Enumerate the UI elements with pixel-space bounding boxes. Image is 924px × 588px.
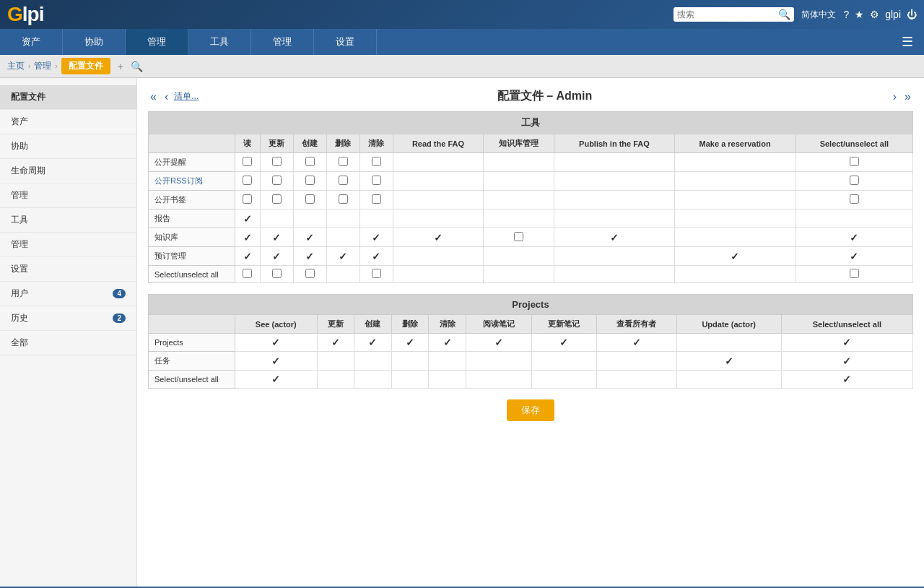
table-cell[interactable] — [235, 172, 261, 191]
projects-col-updatenotes: 更新笔记 — [531, 315, 597, 334]
table-cell[interactable] — [326, 172, 359, 191]
page-prev[interactable]: ‹ — [162, 90, 170, 103]
table-cell[interactable] — [796, 266, 912, 283]
page-next-skip[interactable]: » — [902, 90, 913, 103]
lang-button[interactable]: 简体中文 — [801, 9, 836, 21]
nav-tools[interactable]: 工具 — [188, 29, 251, 55]
table-cell[interactable] — [235, 266, 261, 283]
permission-checkbox[interactable] — [243, 269, 252, 278]
breadcrumb-profile[interactable]: 配置文件 — [61, 58, 110, 74]
table-cell — [393, 266, 483, 283]
permission-checkbox[interactable] — [243, 176, 252, 185]
sidebar-item-history[interactable]: 历史 2 — [0, 306, 136, 331]
permission-checkbox[interactable] — [850, 269, 859, 278]
permission-checkbox[interactable] — [305, 157, 315, 166]
table-cell[interactable] — [359, 191, 393, 209]
settings-icon[interactable]: ⚙ — [870, 9, 879, 20]
permission-checkbox[interactable] — [243, 157, 252, 166]
hamburger-icon[interactable]: ☰ — [891, 29, 924, 55]
nav-manage1[interactable]: 管理 — [126, 29, 188, 55]
table-cell[interactable] — [359, 266, 393, 283]
sidebar-item-manage1[interactable]: 管理 — [0, 183, 136, 208]
nav-assets[interactable]: 资产 — [0, 29, 63, 55]
table-cell[interactable] — [235, 191, 261, 209]
sidebar-item-assets[interactable]: 资产 — [0, 110, 136, 134]
breadcrumb-search[interactable]: 🔍 — [131, 61, 143, 72]
sidebar-item-users[interactable]: 用户 4 — [0, 282, 136, 306]
star-icon[interactable]: ★ — [855, 9, 864, 20]
permission-checkbox[interactable] — [272, 194, 282, 204]
permission-checkbox[interactable] — [339, 157, 348, 166]
checkmark-icon: ✓ — [305, 251, 314, 262]
table-cell[interactable] — [293, 153, 326, 172]
projects-table: Projects See (actor) 更新 创建 删除 清除 阅读笔记 更新… — [148, 294, 913, 389]
table-cell — [597, 371, 676, 389]
sidebar-item-manage2[interactable]: 管理 — [0, 233, 136, 257]
permission-checkbox[interactable] — [850, 194, 859, 204]
table-cell[interactable] — [260, 191, 293, 209]
permission-checkbox[interactable] — [372, 176, 381, 185]
help-icon[interactable]: ? — [843, 9, 849, 20]
nav-manage2[interactable]: 管理 — [251, 29, 314, 55]
row-label-link[interactable]: 公开RSS订阅 — [154, 176, 203, 185]
table-cell[interactable] — [796, 172, 912, 191]
table-cell[interactable] — [359, 153, 393, 172]
permission-checkbox[interactable] — [305, 194, 315, 204]
table-cell[interactable] — [293, 172, 326, 191]
checkmark-icon: ✓ — [243, 251, 252, 262]
page-list-link[interactable]: 清单... — [174, 90, 199, 103]
table-cell — [554, 209, 674, 228]
sidebar-item-tools[interactable]: 工具 — [0, 208, 136, 233]
permission-checkbox[interactable] — [339, 194, 348, 204]
table-cell[interactable] — [484, 228, 554, 247]
table-cell[interactable] — [326, 191, 359, 209]
page-prev-skip[interactable]: « — [148, 90, 159, 103]
permission-checkbox[interactable] — [339, 176, 348, 185]
sidebar-item-all[interactable]: 全部 — [0, 331, 136, 355]
breadcrumb-home[interactable]: 主页 — [7, 60, 25, 72]
page-next[interactable]: › — [891, 90, 899, 103]
permission-checkbox[interactable] — [243, 194, 252, 204]
permission-checkbox[interactable] — [272, 176, 282, 185]
breadcrumb-add[interactable]: + — [118, 61, 123, 72]
permission-checkbox[interactable] — [305, 269, 315, 278]
table-cell: ✓ — [293, 228, 326, 247]
sidebar-item-lifecycle[interactable]: 生命周期 — [0, 159, 136, 183]
breadcrumb-manage[interactable]: 管理 — [34, 60, 51, 72]
permission-checkbox[interactable] — [372, 194, 381, 204]
table-cell[interactable] — [235, 153, 261, 172]
table-cell — [354, 352, 392, 371]
checkmark-icon: ✓ — [850, 232, 858, 243]
table-cell[interactable] — [796, 153, 912, 172]
table-cell[interactable] — [796, 191, 912, 209]
save-button[interactable]: 保存 — [507, 399, 554, 421]
projects-col-delete: 删除 — [391, 315, 429, 334]
checkmark-icon: ✓ — [842, 337, 851, 348]
table-cell[interactable] — [359, 172, 393, 191]
search-icon[interactable]: 🔍 — [778, 9, 790, 20]
permission-checkbox[interactable] — [372, 157, 381, 166]
permission-checkbox[interactable] — [305, 176, 315, 185]
permission-checkbox[interactable] — [850, 157, 859, 166]
permission-checkbox[interactable] — [272, 157, 282, 166]
table-cell[interactable] — [293, 191, 326, 209]
table-cell[interactable] — [326, 153, 359, 172]
user-label[interactable]: glpi — [885, 9, 901, 20]
table-cell[interactable] — [260, 266, 293, 283]
permission-checkbox[interactable] — [272, 269, 282, 278]
sidebar-item-profile[interactable]: 配置文件 — [0, 85, 136, 110]
table-cell[interactable] — [260, 153, 293, 172]
permission-checkbox[interactable] — [514, 232, 523, 241]
sidebar-item-settings[interactable]: 设置 — [0, 257, 136, 282]
permission-checkbox[interactable] — [850, 176, 859, 185]
table-cell[interactable] — [293, 266, 326, 283]
nav-settings[interactable]: 设置 — [314, 29, 377, 55]
power-icon[interactable]: ⏻ — [907, 9, 917, 20]
table-cell: ✓ — [554, 228, 674, 247]
permission-checkbox[interactable] — [372, 269, 381, 278]
table-cell: ✓ — [326, 247, 359, 266]
table-cell[interactable] — [260, 172, 293, 191]
sidebar-item-assist[interactable]: 协助 — [0, 134, 136, 159]
search-input[interactable] — [677, 9, 778, 20]
nav-assist[interactable]: 协助 — [63, 29, 126, 55]
